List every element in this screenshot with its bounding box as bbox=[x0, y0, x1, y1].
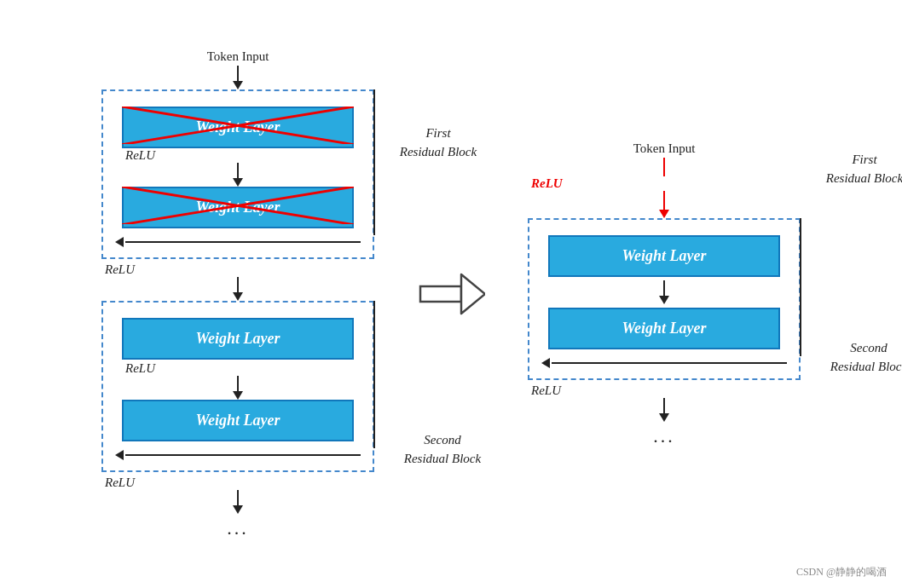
left-first-weight-layer-1-crossed: Weight Layer bbox=[122, 107, 354, 148]
left-relu-between: ReLU bbox=[101, 262, 135, 277]
left-second-relu-mid: ReLU bbox=[122, 361, 155, 376]
left-first-relu: ReLU bbox=[122, 148, 155, 163]
right-second-weight-layer-1: Weight Layer bbox=[548, 235, 780, 277]
left-second-residual-block: Weight Layer ReLU Weight Layer bbox=[101, 301, 374, 472]
right-relu-bottom: ReLU bbox=[528, 383, 561, 398]
right-second-residual-block: Weight Layer Weight Layer bbox=[528, 218, 801, 380]
left-first-residual-block: Weight Layer ReLU bbox=[101, 89, 374, 259]
right-second-block-label: SecondResidual Block bbox=[813, 338, 902, 377]
right-relu-red: ReLU bbox=[528, 176, 563, 191]
svg-marker-5 bbox=[461, 274, 485, 314]
left-first-weight-layer-2-crossed: Weight Layer bbox=[122, 187, 354, 228]
left-second-weight-layer-1: Weight Layer bbox=[122, 318, 354, 360]
right-token-input: Token Input bbox=[633, 141, 696, 156]
right-second-weight-layer-2: Weight Layer bbox=[548, 308, 780, 349]
left-first-block-label: FirstResidual Block bbox=[391, 124, 485, 162]
transform-arrow bbox=[417, 271, 485, 318]
left-token-input: Token Input bbox=[207, 49, 269, 64]
right-dots: ... bbox=[653, 425, 675, 447]
watermark: CSDN @静静的喝酒 bbox=[796, 565, 887, 579]
left-first-weight-layer-1: Weight Layer bbox=[122, 107, 354, 148]
svg-rect-4 bbox=[420, 286, 461, 302]
right-first-block-label: FirstResidual Block bbox=[818, 150, 902, 188]
left-dots: ... bbox=[227, 517, 249, 539]
diagram-container: Token Input Weight Layer bbox=[0, 0, 902, 588]
left-second-weight-layer-2: Weight Layer bbox=[122, 400, 354, 441]
left-first-weight-layer-2: Weight Layer bbox=[122, 187, 354, 228]
left-second-block-label: SecondResidual Block bbox=[387, 430, 498, 469]
right-diagram: Token Input ReLU FirstResidual Block Wei… bbox=[502, 141, 826, 447]
left-diagram: Token Input Weight Layer bbox=[76, 49, 400, 539]
left-relu-bottom: ReLU bbox=[101, 476, 135, 490]
